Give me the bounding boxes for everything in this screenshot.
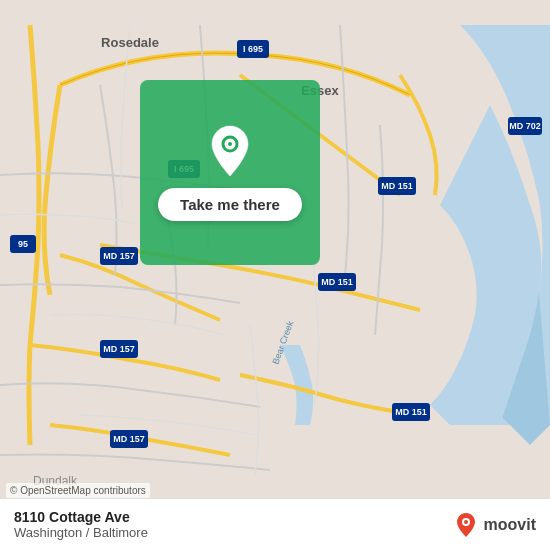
svg-text:MD 157: MD 157 [103,251,135,261]
svg-text:95: 95 [18,239,28,249]
city-text: Washington / Baltimore [14,525,148,540]
location-overlay: Take me there [140,80,320,265]
svg-text:MD 151: MD 151 [381,181,413,191]
svg-text:MD 702: MD 702 [509,121,541,131]
osm-attribution: © OpenStreetMap contributors [6,483,150,498]
take-me-there-button[interactable]: Take me there [158,188,302,221]
svg-text:MD 157: MD 157 [103,344,135,354]
address-section: 8110 Cottage Ave Washington / Baltimore [14,509,148,540]
svg-point-26 [228,142,232,146]
svg-text:MD 157: MD 157 [113,434,145,444]
map-container: I 695 I 695 95 MD 702 MD 151 MD 151 MD 1… [0,0,550,550]
moovit-logo: moovit [452,511,536,539]
svg-text:MD 151: MD 151 [395,407,427,417]
moovit-icon [452,511,480,539]
svg-text:Rosedale: Rosedale [101,35,159,50]
bottom-bar: 8110 Cottage Ave Washington / Baltimore … [0,498,550,550]
moovit-text: moovit [484,516,536,534]
location-pin-icon [208,124,252,178]
svg-text:I 695: I 695 [243,44,263,54]
address-text: 8110 Cottage Ave [14,509,148,525]
svg-text:MD 151: MD 151 [321,277,353,287]
svg-point-28 [464,520,468,524]
